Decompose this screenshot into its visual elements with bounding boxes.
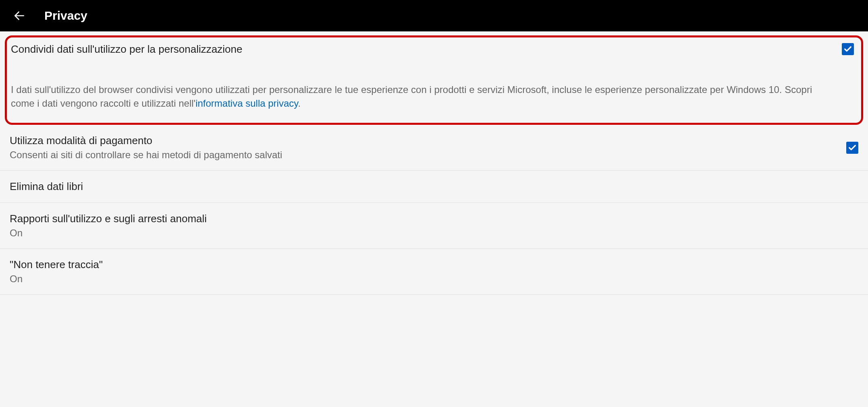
do-not-track-text: "Non tenere traccia" On <box>10 258 858 285</box>
checkmark-icon <box>848 143 857 152</box>
usage-reports-subtitle: On <box>10 227 858 239</box>
share-usage-text: Condividi dati sull'utilizzo per la pers… <box>11 43 842 110</box>
payment-mode-subtitle: Consenti ai siti di controllare se hai m… <box>10 149 846 161</box>
payment-mode-setting[interactable]: Utilizza modalità di pagamento Consenti … <box>0 125 868 171</box>
share-usage-title: Condividi dati sull'utilizzo per la pers… <box>11 43 834 56</box>
usage-reports-text: Rapporti sull'utilizzo e sugli arresti a… <box>10 213 858 239</box>
do-not-track-setting[interactable]: "Non tenere traccia" On <box>0 249 868 295</box>
payment-mode-text: Utilizza modalità di pagamento Consenti … <box>10 134 846 161</box>
usage-reports-title: Rapporti sull'utilizzo e sugli arresti a… <box>10 213 858 225</box>
share-usage-setting[interactable]: Condividi dati sull'utilizzo per la pers… <box>11 43 857 110</box>
do-not-track-title: "Non tenere traccia" <box>10 258 858 271</box>
delete-books-setting[interactable]: Elimina dati libri <box>0 171 868 203</box>
share-usage-checkbox[interactable] <box>842 43 854 55</box>
payment-mode-title: Utilizza modalità di pagamento <box>10 134 846 147</box>
back-button[interactable] <box>11 8 27 24</box>
share-usage-desc-part2: . <box>298 98 301 109</box>
header: Privacy <box>0 0 868 31</box>
delete-books-title: Elimina dati libri <box>10 180 858 193</box>
usage-reports-setting[interactable]: Rapporti sull'utilizzo e sugli arresti a… <box>0 203 868 249</box>
settings-content: Condividi dati sull'utilizzo per la pers… <box>0 31 868 295</box>
share-usage-section-highlight: Condividi dati sull'utilizzo per la pers… <box>5 35 863 125</box>
back-arrow-icon <box>13 9 26 22</box>
share-usage-description: I dati sull'utilizzo del browser condivi… <box>11 83 834 110</box>
do-not-track-subtitle: On <box>10 273 858 285</box>
privacy-policy-link[interactable]: informativa sulla privacy <box>195 98 298 109</box>
page-title: Privacy <box>44 9 87 23</box>
checkmark-icon <box>843 45 852 54</box>
delete-books-text: Elimina dati libri <box>10 180 858 193</box>
share-usage-desc-part1: I dati sull'utilizzo del browser condivi… <box>11 84 812 109</box>
payment-mode-checkbox[interactable] <box>846 142 858 154</box>
